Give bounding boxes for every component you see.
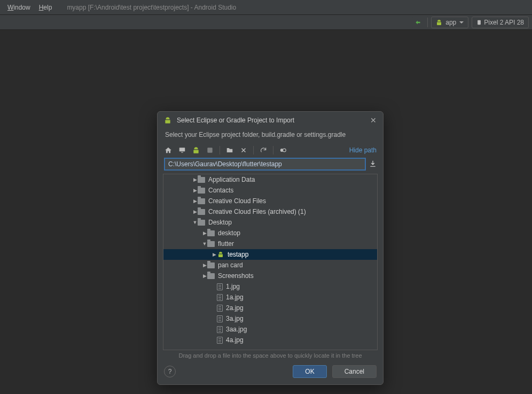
tree-label: Application Data xyxy=(208,176,255,183)
file-icon xyxy=(217,326,223,333)
divider xyxy=(253,146,254,154)
expand-arrow-icon[interactable]: ▼ xyxy=(202,241,207,246)
dialog-buttons: ? OK Cancel xyxy=(158,362,383,384)
menubar: Window Help myapp [F:\Android\test proje… xyxy=(0,0,532,15)
hide-path-link[interactable]: Hide path xyxy=(349,146,377,154)
file-icon xyxy=(217,283,223,290)
editor-area: Select Eclipse or Gradle Project to Impo… xyxy=(0,30,532,394)
folder-icon xyxy=(198,177,205,183)
expand-arrow-icon[interactable]: ▶ xyxy=(192,177,198,182)
run-config-label: app xyxy=(445,19,456,26)
tree-row[interactable]: 1a.jpg xyxy=(163,292,377,303)
expand-arrow-icon[interactable]: ▶ xyxy=(192,209,198,214)
cancel-button[interactable]: Cancel xyxy=(332,365,377,378)
tree-row[interactable]: ▶Screenshots xyxy=(163,271,377,281)
tree-label: Contacts xyxy=(208,187,233,194)
tree-label: 1.jpg xyxy=(226,283,240,290)
tree-label: pan card xyxy=(218,261,243,269)
folder-icon xyxy=(207,241,215,247)
file-icon xyxy=(217,315,223,322)
svg-rect-1 xyxy=(179,148,185,151)
expand-arrow-icon[interactable]: ▶ xyxy=(192,188,198,193)
import-dialog: Select Eclipse or Gradle Project to Impo… xyxy=(157,111,384,385)
folder-icon xyxy=(207,273,215,279)
device-label: Pixel 2 API 28 xyxy=(484,19,524,26)
svg-rect-3 xyxy=(207,148,212,152)
dialog-title: Select Eclipse or Gradle Project to Impo… xyxy=(177,117,294,124)
tree-row[interactable]: 3aa.jpg xyxy=(163,324,377,335)
window-title: myapp [F:\Android\test project\testproje… xyxy=(56,4,236,11)
tree-row[interactable]: ▶desktop xyxy=(163,228,377,238)
expand-arrow-icon[interactable]: ▶ xyxy=(202,230,207,236)
project-icon[interactable] xyxy=(192,146,200,154)
expand-arrow-icon[interactable]: ▶ xyxy=(192,198,198,204)
file-tree[interactable]: ▶Application Data▶Contacts▶Creative Clou… xyxy=(163,174,377,350)
tree-row[interactable]: 4a.jpg xyxy=(163,335,377,345)
close-icon[interactable]: ✕ xyxy=(370,116,377,125)
tree-row[interactable]: 3a.jpg xyxy=(163,313,377,324)
tree-row[interactable]: 1.jpg xyxy=(163,281,377,292)
tree-row[interactable]: ▶Creative Cloud Files xyxy=(163,196,377,206)
dialog-toolbar: Hide path xyxy=(158,144,383,157)
refresh-icon[interactable] xyxy=(259,146,268,154)
folder-icon xyxy=(207,262,215,268)
menu-help[interactable]: Help xyxy=(35,4,57,11)
show-hidden-icon[interactable] xyxy=(279,146,287,154)
svg-rect-0 xyxy=(478,20,481,24)
tree-label: Creative Cloud Files xyxy=(208,197,266,205)
path-row xyxy=(158,157,383,174)
svg-rect-2 xyxy=(181,152,183,153)
folder-icon xyxy=(198,188,205,194)
folder-icon xyxy=(207,230,215,236)
menu-window-label: indow xyxy=(13,4,30,11)
tree-label: flutter xyxy=(218,240,234,248)
tree-row[interactable]: ▼flutter xyxy=(163,238,377,249)
module-icon[interactable] xyxy=(206,146,214,154)
tree-label: 4a.jpg xyxy=(226,336,244,344)
help-button[interactable]: ? xyxy=(164,366,176,377)
android-icon xyxy=(164,117,171,124)
folder-icon xyxy=(198,220,205,226)
device-icon xyxy=(476,19,482,26)
expand-arrow-icon[interactable]: ▼ xyxy=(192,220,198,225)
tree-label: 1a.jpg xyxy=(226,293,244,301)
download-icon[interactable] xyxy=(369,160,377,169)
tree-row[interactable]: ▶Creative Cloud Files (archived) (1) xyxy=(163,206,377,217)
tree-wrap: ▶Application Data▶Contacts▶Creative Clou… xyxy=(163,174,378,350)
tree-row[interactable]: ▶Application Data xyxy=(163,174,377,185)
dialog-subtitle: Select your Eclipse project folder, buil… xyxy=(158,129,383,144)
delete-icon[interactable] xyxy=(239,146,248,154)
tree-label: testapp xyxy=(228,251,248,258)
expand-arrow-icon[interactable]: ▶ xyxy=(212,252,217,257)
divider xyxy=(220,146,220,154)
android-icon xyxy=(217,251,224,258)
tree-row[interactable]: 2a.jpg xyxy=(163,303,377,313)
new-folder-icon[interactable] xyxy=(225,146,234,154)
expand-arrow-icon[interactable]: ▶ xyxy=(202,262,207,268)
tree-label: desktop xyxy=(218,229,240,237)
menu-window[interactable]: Window xyxy=(3,4,35,11)
run-config-dropdown[interactable]: app xyxy=(431,17,468,28)
tree-label: Screenshots xyxy=(218,272,254,280)
device-dropdown[interactable]: Pixel 2 API 28 xyxy=(472,17,529,28)
tree-row[interactable]: ▼Desktop xyxy=(163,217,377,228)
path-input[interactable] xyxy=(164,158,366,171)
tree-label: 3a.jpg xyxy=(226,315,244,322)
android-icon xyxy=(436,19,442,26)
folder-icon xyxy=(198,198,205,204)
desktop-icon[interactable] xyxy=(178,146,186,154)
expand-arrow-icon[interactable]: ▶ xyxy=(202,273,207,279)
sync-gradle-icon[interactable] xyxy=(412,17,424,28)
svg-point-5 xyxy=(283,149,286,152)
tree-row[interactable]: ▶pan card xyxy=(163,260,377,271)
ok-button[interactable]: OK xyxy=(293,365,326,378)
tree-row[interactable]: ▶testapp xyxy=(163,249,377,260)
tree-label: Creative Cloud Files (archived) (1) xyxy=(208,208,306,215)
main-toolbar: app Pixel 2 API 28 xyxy=(0,15,532,30)
menu-help-label: elp xyxy=(43,4,52,11)
tree-label: Desktop xyxy=(208,219,232,226)
file-icon xyxy=(217,337,223,344)
file-icon xyxy=(217,305,223,312)
home-icon[interactable] xyxy=(164,146,173,154)
tree-row[interactable]: ▶Contacts xyxy=(163,185,377,196)
